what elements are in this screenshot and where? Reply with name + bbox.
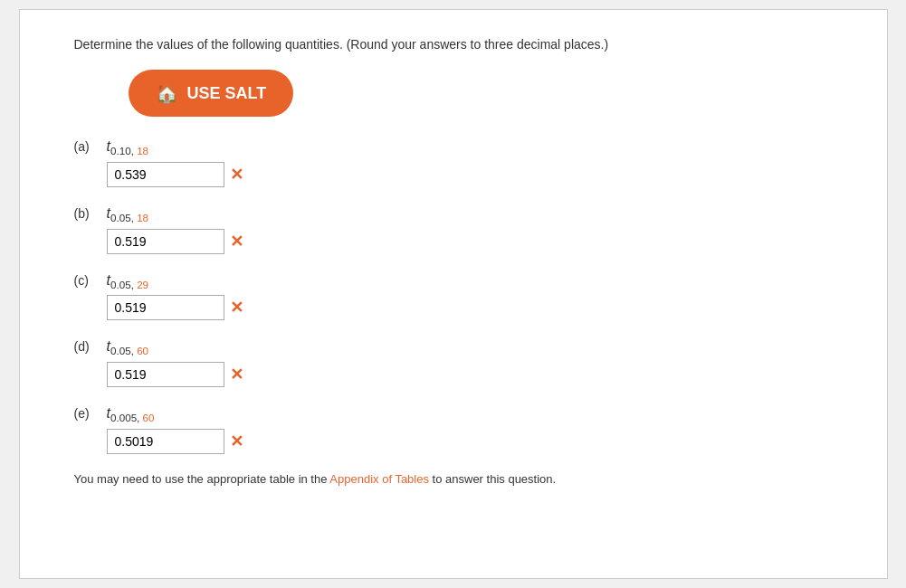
answer-input-2[interactable] [107,295,224,320]
appendix-link[interactable]: Appendix of Tables [329,472,429,486]
input-row-4: ✕ [107,429,851,454]
salt-icon: 🏠 [156,82,178,104]
question-label-2: (c)t0.05, 29 [74,272,851,290]
instruction-text: Determine the values of the following qu… [74,37,851,52]
input-row-1: ✕ [107,229,851,254]
questions-container: (a)t0.10, 18✕(b)t0.05, 18✕(c)t0.05, 29✕(… [74,138,851,454]
question-letter-2: (c) [74,273,101,288]
t-notation-0: t0.10, 18 [107,138,149,156]
wrong-icon-2[interactable]: ✕ [230,298,243,318]
answer-input-1[interactable] [107,229,224,254]
answer-input-4[interactable] [107,429,224,454]
wrong-icon-3[interactable]: ✕ [230,365,243,384]
question-label-3: (d)t0.05, 60 [74,338,851,356]
question-letter-3: (d) [74,339,101,354]
question-letter-4: (e) [74,406,101,421]
question-label-4: (e)t0.005, 60 [74,405,851,423]
answer-input-0[interactable] [107,162,224,187]
t-notation-3: t0.05, 60 [107,338,149,356]
wrong-icon-0[interactable]: ✕ [230,165,243,185]
question-letter-1: (b) [74,206,101,221]
t-notation-1: t0.05, 18 [107,205,149,223]
input-row-2: ✕ [107,295,851,320]
question-label-0: (a)t0.10, 18 [74,138,851,156]
question-label-1: (b)t0.05, 18 [74,205,851,223]
page-container: Determine the values of the following qu… [19,9,888,579]
t-notation-2: t0.05, 29 [107,272,149,290]
question-block-c: (c)t0.05, 29✕ [74,272,851,321]
footer-text: You may need to use the appropriate tabl… [74,472,851,486]
question-block-e: (e)t0.005, 60✕ [74,405,851,454]
input-row-3: ✕ [107,362,851,387]
question-block-a: (a)t0.10, 18✕ [74,138,851,187]
question-letter-0: (a) [74,139,101,154]
footer-before: You may need to use the appropriate tabl… [74,472,330,486]
question-block-d: (d)t0.05, 60✕ [74,338,851,387]
use-salt-label: USE SALT [187,84,267,103]
use-salt-button[interactable]: 🏠 USE SALT [129,70,294,117]
footer-after: to answer this question. [429,472,556,486]
wrong-icon-1[interactable]: ✕ [230,232,243,251]
wrong-icon-4[interactable]: ✕ [230,432,243,451]
question-block-b: (b)t0.05, 18✕ [74,205,851,254]
t-notation-4: t0.005, 60 [107,405,155,423]
answer-input-3[interactable] [107,362,224,387]
input-row-0: ✕ [107,162,851,187]
